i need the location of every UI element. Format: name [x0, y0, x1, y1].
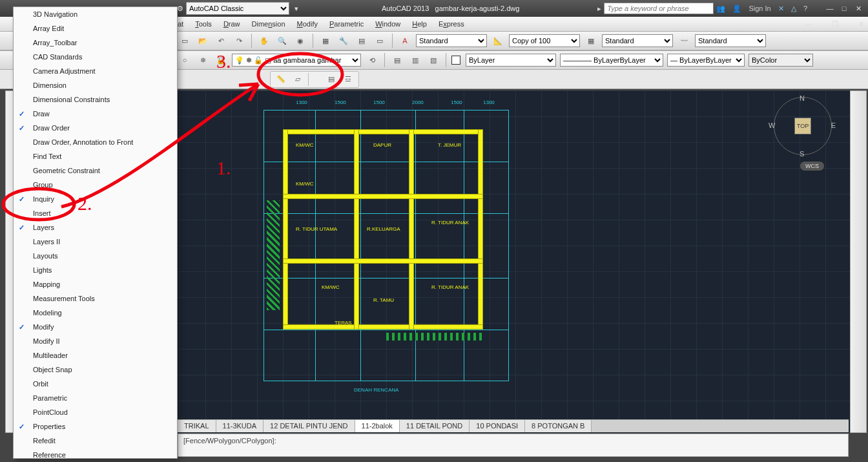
- context-menu-item[interactable]: CAD Standards: [14, 50, 177, 64]
- layer-freeze-icon[interactable]: ❄: [196, 53, 210, 67]
- viewcube-e[interactable]: E: [831, 121, 836, 129]
- layout-tab[interactable]: 8 POTONGAN B: [525, 420, 592, 432]
- workspace-select[interactable]: AutoCAD Classic: [186, 2, 289, 15]
- layer-lock-icon[interactable]: 🔒: [214, 53, 228, 67]
- context-menu-item[interactable]: ✓Draw Order: [14, 121, 177, 135]
- context-menu-item[interactable]: Measurement Tools: [14, 291, 177, 306]
- layermatch-icon[interactable]: ▧: [426, 53, 440, 67]
- layout-tab[interactable]: 12 DETAIL PINTU JEND: [264, 420, 355, 432]
- undo-icon[interactable]: ↶: [214, 34, 228, 48]
- context-menu-item[interactable]: Find Text: [14, 149, 177, 163]
- context-menu-item[interactable]: Object Snap: [14, 362, 177, 377]
- tablestyle-select[interactable]: Standard: [602, 34, 673, 47]
- mlstyle-icon[interactable]: 〰: [677, 34, 691, 48]
- layout-tab[interactable]: TRIKAL: [178, 420, 216, 432]
- context-menu-item[interactable]: Orbit: [14, 377, 177, 391]
- context-menu-item[interactable]: Parametric: [14, 391, 177, 405]
- context-menu-item[interactable]: Insert: [14, 206, 177, 220]
- menu-item[interactable]: Modify: [297, 20, 318, 28]
- qat-dropdown-icon[interactable]: ▾: [289, 3, 304, 14]
- help2-icon[interactable]: ?: [803, 5, 807, 12]
- menu-item[interactable]: at: [178, 20, 183, 28]
- context-menu-item[interactable]: Lights: [14, 263, 177, 277]
- layer-off-icon[interactable]: ○: [178, 53, 192, 67]
- layeriso-icon[interactable]: ▥: [408, 53, 422, 67]
- layer-prev-icon[interactable]: ⟲: [365, 53, 379, 67]
- context-menu-item[interactable]: PointCloud: [14, 405, 177, 419]
- right-toolbar[interactable]: [850, 90, 867, 433]
- region-icon[interactable]: ▤: [325, 73, 338, 86]
- layout-tab[interactable]: 11 DETAIL POND: [400, 420, 470, 432]
- minimize-button[interactable]: —: [823, 3, 837, 14]
- context-menu-item[interactable]: Array Edit: [14, 21, 177, 36]
- exchange-icon[interactable]: ✕: [778, 5, 784, 12]
- viewcube-top[interactable]: TOP: [794, 118, 811, 134]
- menu-item[interactable]: Parametric: [329, 20, 364, 28]
- distance-icon[interactable]: 📏: [274, 73, 287, 86]
- context-menu-item[interactable]: Layouts: [14, 249, 177, 263]
- textstyle-select[interactable]: Standard: [416, 34, 487, 47]
- search-input[interactable]: [604, 3, 714, 14]
- context-menu-item[interactable]: Mapping: [14, 277, 177, 291]
- context-menu-item[interactable]: Reference: [14, 448, 177, 459]
- context-menu-item[interactable]: Array_Toolbar: [14, 36, 177, 50]
- help-icon[interactable]: △: [791, 5, 796, 12]
- maximize-button[interactable]: □: [837, 3, 851, 14]
- infocenter-icon[interactable]: 👥: [716, 5, 725, 12]
- layout-tab[interactable]: 11-3KUDA: [216, 420, 264, 432]
- open-icon[interactable]: 📂: [196, 34, 210, 48]
- orbit-icon[interactable]: ◉: [293, 34, 307, 48]
- linetype-select[interactable]: ———— ByLayerByLayer: [560, 54, 663, 67]
- doc-close-button[interactable]: ✕: [854, 19, 868, 29]
- viewcube-w[interactable]: W: [769, 121, 775, 129]
- doc-restore-button[interactable]: ❐: [828, 19, 842, 29]
- context-menu-item[interactable]: 3D Navigation: [14, 7, 177, 21]
- wcs-label[interactable]: WCS: [800, 162, 824, 171]
- viewcube-s[interactable]: S: [800, 150, 804, 158]
- context-menu-item[interactable]: Modeling: [14, 306, 177, 320]
- context-menu-item[interactable]: Camera Adjustment: [14, 64, 177, 78]
- signin-icon[interactable]: 👤: [732, 5, 741, 12]
- layout-tab[interactable]: 10 PONDASI: [470, 420, 525, 432]
- context-menu-item[interactable]: Dimension: [14, 78, 177, 92]
- new-icon[interactable]: ▭: [178, 34, 192, 48]
- command-line[interactable]: [Fence/WPolygon/CPolygon]:: [178, 434, 849, 457]
- dimstyle-select[interactable]: Copy of 100: [509, 34, 580, 47]
- context-menu-item[interactable]: Geometric Constraint: [14, 163, 177, 178]
- context-menu-item[interactable]: Layers II: [14, 235, 177, 249]
- mlstyle-select[interactable]: Standard: [695, 34, 766, 47]
- context-menu-item[interactable]: Dimensional Constraints: [14, 92, 177, 107]
- menu-item[interactable]: Express: [439, 20, 464, 28]
- viewcube[interactable]: TOP N S E W: [774, 97, 832, 155]
- viewcube-n[interactable]: N: [800, 94, 805, 102]
- pan-icon[interactable]: ✋: [257, 34, 271, 48]
- color-select[interactable]: ByLayer: [466, 54, 556, 67]
- menu-item[interactable]: Window: [375, 20, 400, 28]
- palette-icon[interactable]: ▤: [355, 34, 369, 48]
- tablestyle-icon[interactable]: ▦: [584, 34, 598, 48]
- doc-minimize-button[interactable]: —: [802, 19, 816, 29]
- redo-icon[interactable]: ↷: [232, 34, 246, 48]
- color-swatch[interactable]: [451, 56, 460, 65]
- context-menu-item[interactable]: Refedit: [14, 434, 177, 448]
- plotstyle-select[interactable]: ByColor: [749, 54, 813, 67]
- tool-icon[interactable]: 🔧: [336, 34, 351, 48]
- sheet-icon[interactable]: ▦: [318, 34, 333, 48]
- calc-icon[interactable]: ▭: [373, 34, 387, 48]
- layerstate-icon[interactable]: ▤: [390, 53, 404, 67]
- context-menu-item[interactable]: Draw Order, Annotation to Front: [14, 135, 177, 149]
- menu-item[interactable]: Draw: [223, 20, 240, 28]
- signin-label[interactable]: Sign In: [749, 5, 770, 12]
- close-button[interactable]: ✕: [851, 3, 865, 14]
- lineweight-select[interactable]: — ByLayerByLayer: [667, 54, 745, 67]
- context-menu-item[interactable]: Modify II: [14, 334, 177, 348]
- inquiry-toolbar[interactable]: 📏 ▱ ▤ ☲: [270, 71, 359, 88]
- textstyle-icon[interactable]: A: [398, 34, 412, 48]
- zoom-icon[interactable]: 🔍: [275, 34, 289, 48]
- context-menu-item[interactable]: ✓Draw: [14, 107, 177, 121]
- context-menu-item[interactable]: ✓Modify: [14, 320, 177, 334]
- context-menu-item[interactable]: ✓Properties: [14, 419, 177, 434]
- menu-item[interactable]: TToolsools: [195, 20, 212, 28]
- context-menu-item[interactable]: Group: [14, 178, 177, 192]
- context-menu-item[interactable]: ✓Inquiry: [14, 192, 177, 206]
